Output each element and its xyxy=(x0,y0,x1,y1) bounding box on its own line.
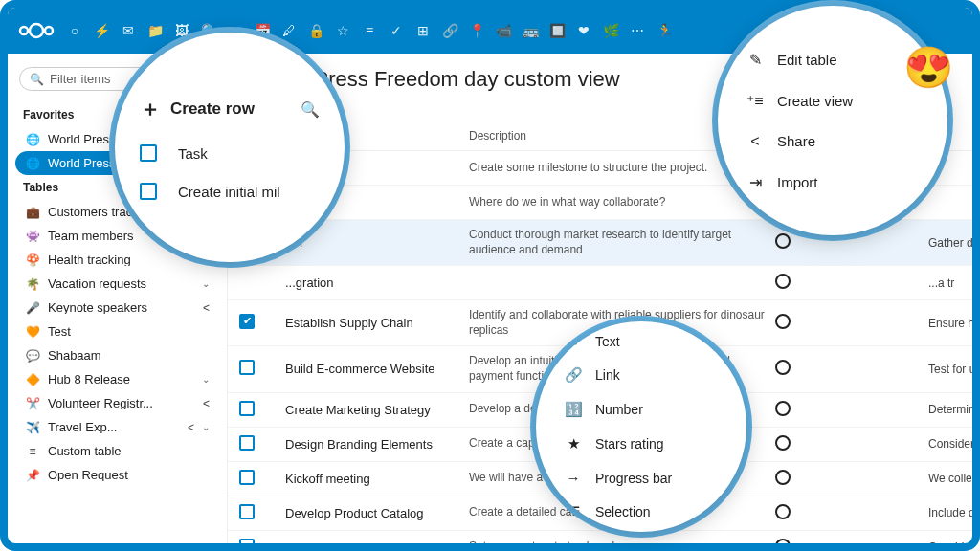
zoom-column-type-menu: ≡Text🔗Link🔢Number★Stars rating→Progress … xyxy=(536,321,746,532)
menu-item[interactable]: 🔢Number xyxy=(561,392,722,427)
item-icon: 👾 xyxy=(25,231,40,242)
row-checkbox[interactable] xyxy=(239,401,255,416)
app-icon[interactable]: 🔗 xyxy=(442,23,457,38)
app-icon[interactable]: ○ xyxy=(67,23,82,38)
item-label: Health tracking xyxy=(48,253,210,266)
nextcloud-logo[interactable] xyxy=(15,17,57,44)
share-icon[interactable]: < xyxy=(203,302,210,314)
sidebar-item[interactable]: 📌Open Request xyxy=(15,463,219,487)
app-icon[interactable]: ✉ xyxy=(121,23,136,38)
cell-next: Test for us xyxy=(928,363,972,376)
proofed-status[interactable] xyxy=(775,470,791,485)
cell-task: Establish Supply Chain xyxy=(278,316,469,330)
cell-next: ...a tr xyxy=(928,276,972,290)
item-icon: 🧡 xyxy=(25,326,40,338)
menu-icon: ⁺≡ xyxy=(746,92,764,110)
proofed-status[interactable] xyxy=(775,274,791,289)
cell-task: Design Branding Elements xyxy=(278,437,469,452)
row-checkbox[interactable] xyxy=(239,539,255,543)
menu-item[interactable]: ★Stars rating xyxy=(561,427,722,461)
sidebar-item[interactable]: 🎤Keynote speakers< xyxy=(15,296,219,320)
cell-next: Include de xyxy=(928,506,972,519)
chevron-down-icon[interactable]: ⌄ xyxy=(202,279,210,289)
app-icon[interactable]: 📁 xyxy=(147,23,163,38)
proofed-status[interactable] xyxy=(775,314,791,329)
item-icon: 🍄 xyxy=(25,254,40,266)
svg-point-1 xyxy=(20,27,28,34)
heart-eyes-emoji: 😍 xyxy=(903,44,953,91)
cell-task: Kickoff meeting xyxy=(278,472,469,486)
svg-point-2 xyxy=(45,27,53,34)
item-label: Open Request xyxy=(48,469,210,481)
item-icon: 💼 xyxy=(25,207,40,218)
item-icon: 🔶 xyxy=(25,374,40,386)
cell-task: Develop Product Catalog xyxy=(278,506,469,520)
sidebar-item[interactable]: 🌴Vacation requests⌄ xyxy=(15,272,219,296)
sidebar-item[interactable]: 🔶Hub 8 Release⌄ xyxy=(15,367,219,391)
cell-next: Gather da xyxy=(928,236,972,250)
sidebar-item[interactable]: 💬Shabaam xyxy=(15,343,219,367)
app-icon[interactable]: ☆ xyxy=(335,23,350,38)
menu-item[interactable]: ⁺≡Create view xyxy=(743,80,923,121)
menu-label: Edit table xyxy=(777,52,837,68)
chevron-down-icon[interactable]: ⌄ xyxy=(202,375,210,385)
table-row[interactable]: ...gration ...a tr xyxy=(228,266,972,300)
app-icon[interactable]: 🔒 xyxy=(308,23,323,38)
app-icon[interactable]: 🚌 xyxy=(523,23,538,38)
cell-task: Build E-commerce Website xyxy=(278,362,469,376)
app-icon[interactable]: ✓ xyxy=(389,23,404,38)
menu-label: Text xyxy=(595,334,620,349)
app-icon[interactable]: ⊞ xyxy=(415,23,431,38)
app-icon[interactable]: 🖊 xyxy=(281,23,297,38)
menu-label: Number xyxy=(595,402,643,417)
sidebar-item[interactable]: ✈️Travel Exp...<⌄ xyxy=(15,415,219,439)
app-icon[interactable]: ❤ xyxy=(576,23,591,38)
sidebar-item[interactable]: ✂️Volunteer Registr...< xyxy=(15,391,219,415)
zoom-table-menu: ✎Edit table⁺≡Create view<Share⇥Import xyxy=(718,6,947,235)
cell-task: Implement Inventory Management System xyxy=(278,540,469,543)
app-icon[interactable]: 🖼 xyxy=(174,23,189,38)
row-checkbox[interactable] xyxy=(239,504,255,519)
app-icon[interactable]: 📹 xyxy=(496,23,511,38)
share-icon[interactable]: < xyxy=(203,398,210,409)
chevron-down-icon[interactable]: ⌄ xyxy=(202,423,210,432)
search-icon[interactable]: 🔍 xyxy=(301,100,320,119)
proofed-status[interactable] xyxy=(775,401,791,416)
app-icon[interactable]: ⋯ xyxy=(630,23,645,38)
menu-item[interactable]: →Progress bar xyxy=(561,461,722,495)
app-icon[interactable]: 📍 xyxy=(469,23,484,38)
create-row-button[interactable]: Create row xyxy=(170,99,255,119)
menu-item[interactable]: ⇥Import xyxy=(743,162,923,203)
row-checkbox[interactable] xyxy=(239,470,255,485)
menu-icon: → xyxy=(565,470,582,486)
proofed-status[interactable] xyxy=(775,539,791,543)
item-icon: 💬 xyxy=(25,350,40,362)
app-icon[interactable]: 🔲 xyxy=(549,23,565,38)
app-icon[interactable]: ≡ xyxy=(362,23,377,38)
cell-task: rch xyxy=(278,235,469,250)
app-icon[interactable]: 🏃 xyxy=(657,23,672,38)
menu-item[interactable]: <Share xyxy=(743,121,923,162)
menu-item[interactable]: ✎Edit table xyxy=(743,39,923,80)
menu-label: Create view xyxy=(777,93,853,109)
plus-icon[interactable]: ＋ xyxy=(140,95,161,123)
row-checkbox[interactable] xyxy=(239,360,255,375)
item-icon: ✂️ xyxy=(25,398,40,409)
table-row[interactable]: Implement Inventory Management System Se… xyxy=(228,531,972,543)
search-icon: 🔍 xyxy=(30,73,44,86)
checkbox[interactable] xyxy=(140,183,157,200)
app-icon[interactable]: ⚡ xyxy=(94,23,109,38)
sidebar-item[interactable]: ≡Custom table xyxy=(15,439,219,463)
proofed-status[interactable] xyxy=(775,233,791,249)
menu-label: Import xyxy=(777,174,818,190)
app-icon[interactable]: 🌿 xyxy=(603,23,618,38)
row-checkbox[interactable] xyxy=(239,435,255,451)
menu-item[interactable]: 🔗Link xyxy=(561,358,722,392)
proofed-status[interactable] xyxy=(775,360,791,375)
proofed-status[interactable] xyxy=(775,504,791,519)
row-checkbox[interactable] xyxy=(239,314,255,329)
share-icon[interactable]: < xyxy=(188,422,194,433)
sidebar-item[interactable]: 🧡Test xyxy=(15,320,219,343)
proofed-status[interactable] xyxy=(775,435,791,451)
checkbox[interactable] xyxy=(140,144,157,162)
